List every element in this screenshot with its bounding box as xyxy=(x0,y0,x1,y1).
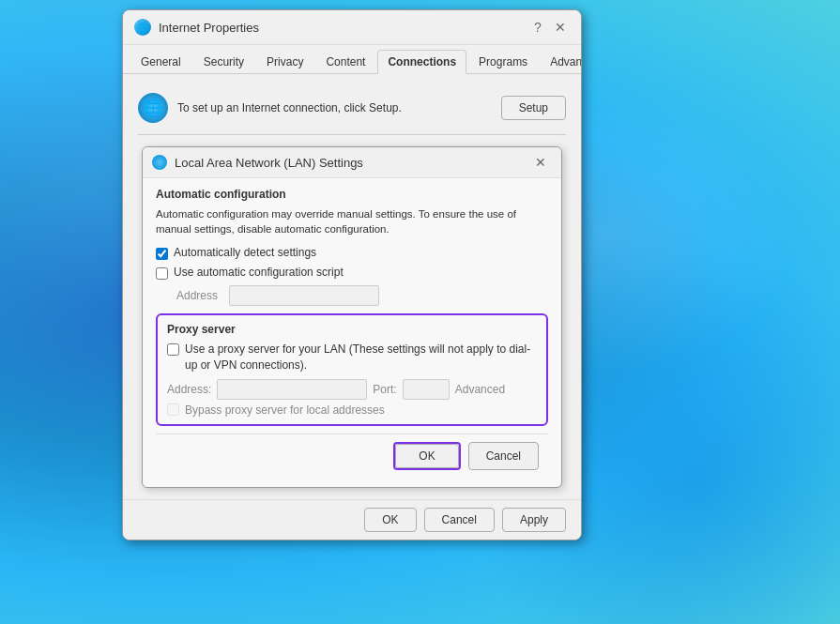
auto-detect-checkbox[interactable] xyxy=(156,248,168,260)
lan-titlebar: Local Area Network (LAN) Settings ✕ xyxy=(143,147,561,178)
use-script-label: Use automatic configuration script xyxy=(174,266,344,279)
proxy-server-section: Proxy server Use a proxy server for your… xyxy=(156,313,548,426)
tabs-bar: General Security Privacy Content Connect… xyxy=(123,45,581,74)
use-script-row: Use automatic configuration script xyxy=(156,266,548,280)
lan-ok-button[interactable]: OK xyxy=(395,444,458,468)
tab-security[interactable]: Security xyxy=(193,50,254,74)
address-label: Address xyxy=(176,289,221,302)
auto-config-desc: Automatic configuration may override man… xyxy=(156,206,548,236)
main-dialog-buttons: OK Cancel Apply xyxy=(123,499,581,540)
tab-advanced[interactable]: Advanced xyxy=(540,50,582,74)
proxy-checkbox-label: Use a proxy server for your LAN (These s… xyxy=(185,342,537,373)
proxy-server-checkbox[interactable] xyxy=(167,343,179,356)
bypass-label: Bypass proxy server for local addresses xyxy=(185,403,385,417)
dialog-icon: 🌐 xyxy=(134,19,151,36)
titlebar-controls: ? ✕ xyxy=(528,18,570,37)
main-ok-button[interactable]: OK xyxy=(364,508,416,532)
auto-config-title: Automatic configuration xyxy=(156,188,548,201)
proxy-address-label: Address: xyxy=(167,383,211,396)
main-apply-button[interactable]: Apply xyxy=(502,508,566,532)
proxy-address-row: Address: Port: Advanced xyxy=(167,379,537,400)
auto-detect-row: Automatically detect settings xyxy=(156,246,548,260)
tab-general[interactable]: General xyxy=(130,50,191,74)
tab-programs[interactable]: Programs xyxy=(468,50,538,74)
dialog-titlebar: 🌐 Internet Properties ? ✕ xyxy=(123,10,581,45)
proxy-port-label: Port: xyxy=(373,383,396,396)
dialog-title: Internet Properties xyxy=(159,21,259,35)
lan-dialog-buttons: OK Cancel xyxy=(156,434,548,478)
script-address-row: Address xyxy=(176,285,548,306)
proxy-advanced-button[interactable]: Advanced xyxy=(455,383,505,396)
auto-detect-label: Automatically detect settings xyxy=(174,246,316,259)
setup-left: 🌐 To set up an Internet connection, clic… xyxy=(138,93,402,123)
dialog-content: 🌐 To set up an Internet connection, clic… xyxy=(123,74,581,499)
tab-content[interactable]: Content xyxy=(315,50,375,74)
script-address-input[interactable] xyxy=(229,285,379,306)
setup-text: To set up an Internet connection, click … xyxy=(177,101,402,114)
lan-icon xyxy=(152,155,167,170)
lan-content: Automatic configuration Automatic config… xyxy=(143,178,561,487)
lan-settings-dialog: Local Area Network (LAN) Settings ✕ Auto… xyxy=(142,146,562,488)
tab-connections[interactable]: Connections xyxy=(377,50,466,74)
use-script-checkbox[interactable] xyxy=(156,267,168,280)
titlebar-left: 🌐 Internet Properties xyxy=(134,19,259,36)
lan-cancel-button[interactable]: Cancel xyxy=(468,442,539,470)
tab-privacy[interactable]: Privacy xyxy=(256,50,313,74)
bypass-checkbox[interactable] xyxy=(167,403,179,416)
bypass-row: Bypass proxy server for local addresses xyxy=(167,403,537,417)
proxy-checkbox-row: Use a proxy server for your LAN (These s… xyxy=(167,342,537,373)
proxy-address-input[interactable] xyxy=(217,379,367,400)
globe-icon: 🌐 xyxy=(138,93,168,123)
internet-properties-dialog: 🌐 Internet Properties ? ✕ General Securi… xyxy=(122,9,582,540)
setup-row: 🌐 To set up an Internet connection, clic… xyxy=(138,85,566,135)
proxy-port-input[interactable] xyxy=(403,379,450,400)
help-button[interactable]: ? xyxy=(528,18,547,37)
setup-button[interactable]: Setup xyxy=(501,96,566,120)
proxy-title: Proxy server xyxy=(167,323,537,336)
ok-button-highlight: OK xyxy=(393,442,460,470)
main-cancel-button[interactable]: Cancel xyxy=(424,508,495,532)
lan-title-text: Local Area Network (LAN) Settings xyxy=(175,156,363,170)
lan-title-left: Local Area Network (LAN) Settings xyxy=(152,155,363,170)
close-button[interactable]: ✕ xyxy=(551,18,570,37)
lan-close-button[interactable]: ✕ xyxy=(529,153,552,172)
